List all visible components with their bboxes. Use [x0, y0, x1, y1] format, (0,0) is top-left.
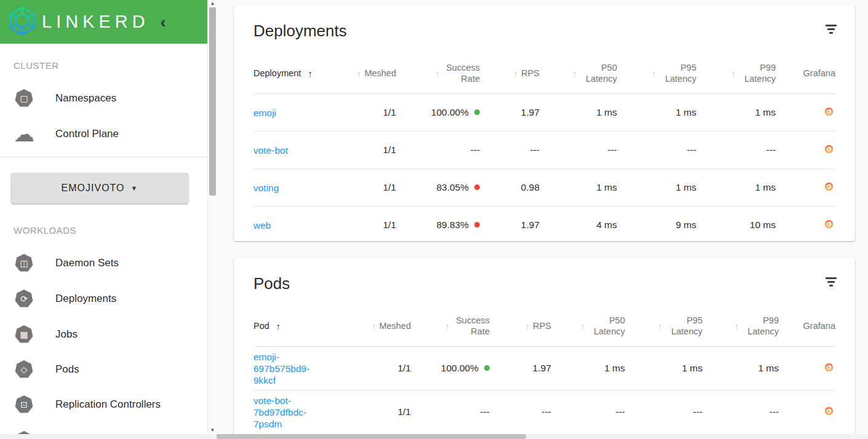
sidebar-scrollbar-thumb[interactable] — [209, 7, 216, 196]
sidebar-divider — [0, 157, 207, 157]
sort-arrow-icon: ↑ — [731, 68, 736, 79]
column-header-p95-latency[interactable]: ↑ P95 Latency — [617, 62, 696, 84]
app-title: LINKERD — [42, 12, 149, 32]
status-dot-bad — [474, 222, 480, 227]
sidebar-item-pods[interactable]: ◇ Pods — [0, 355, 207, 384]
p99-value: 10 ms — [696, 207, 776, 244]
table-row: emoji-697b575bd9-9kkcf 1/1 100.00% 1.97 … — [253, 347, 835, 390]
column-header-p95-latency[interactable]: ↑ P95 Latency — [625, 315, 703, 337]
sidebar-item-replication-controllers[interactable]: ⊡ Replication Controllers — [0, 390, 207, 419]
p95-value: 1 ms — [617, 169, 696, 207]
table-row: vote-bot-7bd97dfbdc-7psdm 1/1 --- --- --… — [253, 390, 835, 434]
grafana-icon[interactable] — [824, 219, 834, 229]
p95-value: --- — [625, 390, 703, 434]
grafana-icon[interactable] — [824, 144, 834, 154]
grafana-icon[interactable] — [824, 106, 834, 117]
p99-value: --- — [696, 132, 776, 169]
column-header-rps[interactable]: ↑ RPS — [480, 68, 540, 79]
deployment-link[interactable]: emoji — [253, 108, 276, 118]
meshed-value: 1/1 — [364, 169, 396, 207]
sidebar-collapse-button[interactable]: ‹ — [161, 14, 166, 30]
main-content: Deployments Deployment ↑ ↑ Meshed ↑ — [217, 0, 868, 439]
horizontal-scrollbar[interactable] — [0, 434, 868, 439]
meshed-value: 1/1 — [327, 390, 411, 434]
success-rate-value: 83.05% — [396, 169, 480, 207]
deployment-link[interactable]: voting — [253, 183, 279, 193]
sidebar-item-deployments[interactable]: ⟳ Deployments — [0, 284, 207, 314]
scrollbar-down-arrow-icon[interactable]: ▼ — [208, 427, 217, 434]
sort-arrow-icon: ↑ — [308, 68, 313, 79]
p99-value: 1 ms — [703, 347, 779, 390]
column-header-deployment[interactable]: Deployment ↑ — [253, 68, 364, 79]
table-row: voting 1/1 83.05% 0.98 1 ms 1 ms 1 ms — [253, 169, 835, 207]
table-row: web 1/1 89.83% 1.97 4 ms 9 ms 10 ms — [253, 207, 835, 244]
grafana-icon[interactable] — [824, 406, 834, 416]
column-header-meshed[interactable]: ↑ Meshed — [364, 68, 396, 79]
sidebar-item-label: Jobs — [55, 328, 78, 341]
success-rate-value: --- — [396, 132, 480, 169]
pod-link[interactable]: emoji-697b575bd9-9kkcf — [253, 352, 309, 386]
namespace-selector-button[interactable]: EMOJIVOTO ▼ — [11, 173, 188, 204]
sort-arrow-icon: ↑ — [372, 321, 376, 331]
replication-controllers-icon: ⊡ — [15, 395, 33, 414]
sidebar-item-namespaces[interactable]: ▢ Namespaces — [0, 84, 207, 113]
success-rate-value: 100.00% — [411, 347, 490, 390]
sidebar-item-control-plane[interactable]: ☁ Control Plane — [0, 119, 207, 149]
column-header-p50-latency[interactable]: ↑ P50 Latency — [551, 315, 625, 337]
rps-value: 0.98 — [480, 169, 540, 207]
p95-value: --- — [617, 132, 696, 169]
meshed-value: 1/1 — [364, 132, 396, 169]
pod-link[interactable]: vote-bot-7bd97dfbdc-7psdm — [253, 395, 306, 429]
caret-down-icon: ▼ — [131, 184, 138, 192]
column-header-rps[interactable]: ↑ RPS — [490, 320, 551, 331]
deployments-card: Deployments Deployment ↑ ↑ Meshed ↑ — [234, 5, 855, 241]
grafana-icon[interactable] — [824, 181, 834, 192]
column-header-p99-latency[interactable]: ↑ P99 Latency — [696, 62, 776, 84]
sidebar-header: LINKERD ‹ — [0, 0, 207, 44]
column-header-p99-latency[interactable]: ↑ P99 Latency — [703, 315, 779, 337]
sort-arrow-icon: ↑ — [581, 321, 586, 331]
column-header-p50-latency[interactable]: ↑ P50 Latency — [540, 62, 617, 84]
filter-icon[interactable] — [826, 25, 837, 34]
column-header-meshed[interactable]: ↑ Meshed — [327, 320, 411, 331]
p95-value: 1 ms — [617, 94, 696, 132]
table-header-row: Deployment ↑ ↑ Meshed ↑ Success Rate ↑ R… — [253, 53, 835, 94]
sort-arrow-icon: ↑ — [525, 321, 530, 331]
horizontal-scrollbar-thumb[interactable] — [217, 434, 526, 439]
grafana-icon[interactable] — [824, 362, 834, 373]
success-rate-value: 89.83% — [396, 207, 480, 244]
sidebar-item-label: Replication Controllers — [55, 398, 161, 411]
sort-arrow-icon: ↑ — [573, 68, 578, 79]
sidebar-item-daemon-sets[interactable]: ◫ Daemon Sets — [0, 248, 207, 278]
sidebar: LINKERD ‹ CLUSTER ▢ Namespaces ☁ Control… — [0, 0, 207, 439]
cluster-section-label: CLUSTER — [14, 60, 59, 71]
deployments-icon: ⟳ — [15, 290, 33, 308]
deployment-link[interactable]: web — [253, 220, 271, 231]
pods-icon: ◇ — [15, 360, 33, 379]
p99-value: 1 ms — [696, 94, 776, 132]
meshed-value: 1/1 — [364, 94, 396, 132]
sort-arrow-icon: ↑ — [652, 68, 657, 79]
sort-arrow-icon: ↑ — [436, 68, 440, 79]
sidebar-item-label: Daemon Sets — [55, 257, 119, 269]
sort-arrow-icon: ↑ — [357, 68, 362, 79]
column-header-success-rate[interactable]: ↑ Success Rate — [411, 315, 490, 337]
rps-value: --- — [490, 390, 551, 434]
filter-icon[interactable] — [826, 277, 837, 287]
p50-value: 1 ms — [540, 94, 617, 132]
success-rate-value: --- — [411, 390, 490, 434]
sort-arrow-icon: ↑ — [658, 321, 663, 331]
column-header-pod[interactable]: Pod ↑ — [253, 321, 327, 331]
sidebar-item-jobs[interactable]: ▦ Jobs — [0, 320, 207, 349]
deployment-link[interactable]: vote-bot — [253, 145, 288, 156]
column-header-success-rate[interactable]: ↑ Success Rate — [396, 62, 480, 84]
column-header-grafana: Grafana — [779, 320, 835, 331]
p95-value: 9 ms — [617, 207, 696, 244]
scrollbar-up-arrow-icon[interactable]: ▲ — [208, 0, 217, 7]
pods-card-title: Pods — [253, 272, 290, 295]
p99-value: 1 ms — [696, 169, 776, 207]
rps-value: 1.97 — [480, 207, 540, 244]
table-row: emoji 1/1 100.00% 1.97 1 ms 1 ms 1 ms — [253, 94, 835, 132]
sidebar-scrollbar[interactable]: ▲ ▼ — [207, 0, 217, 434]
p50-value: --- — [551, 390, 625, 434]
